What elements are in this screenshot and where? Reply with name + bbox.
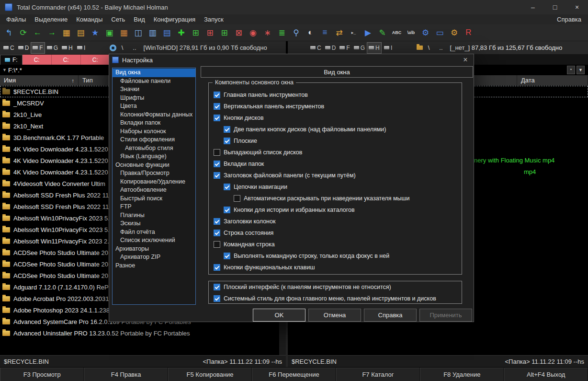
function-key-button[interactable]: F4 Правка	[84, 368, 168, 381]
favorites-icon[interactable]: ★	[89, 26, 102, 39]
drive-button[interactable]: G	[352, 43, 366, 53]
settings-category-item[interactable]: Плагины	[113, 211, 195, 220]
drive-button[interactable]: D	[324, 43, 338, 53]
root-dir-button[interactable]: \	[117, 44, 128, 51]
settings-category-item[interactable]: Быстрый поиск	[113, 195, 195, 203]
column-header-name[interactable]: Имя ↑	[0, 75, 79, 85]
checkbox-box[interactable]	[214, 241, 220, 248]
checkbox-box[interactable]	[224, 126, 230, 133]
settings-category-item[interactable]: Файловые панели	[113, 77, 195, 86]
remote-desktop-icon[interactable]: ▭	[433, 26, 446, 39]
menu-item[interactable]: Файлы	[2, 16, 30, 23]
brief-view-icon[interactable]: ▦	[60, 26, 73, 39]
checkbox-box[interactable]	[224, 138, 230, 144]
menu-item-help[interactable]: Справка	[551, 14, 587, 24]
settings-category-item[interactable]: Эскизы	[113, 219, 195, 228]
checkbox-box[interactable]	[224, 207, 230, 213]
checkbox-row[interactable]: Две панели кнопок дисков (над файловыми …	[224, 124, 459, 135]
close-button[interactable]: ×	[566, 0, 588, 14]
file-name-fragment[interactable]: mp4	[524, 166, 536, 178]
grid-add-red-icon[interactable]: ⊞	[204, 26, 216, 39]
settings-category-item[interactable]: Копирование/Удаление	[113, 178, 195, 186]
settings-category-item[interactable]: Автовыбор стиля	[113, 144, 195, 153]
function-key-button[interactable]: F5 Копирование	[168, 368, 252, 381]
registry-icon[interactable]: R	[462, 26, 475, 39]
full-view-icon[interactable]: ▤	[74, 26, 87, 39]
forward-dir-icon[interactable]: →	[45, 26, 58, 39]
menu-item[interactable]: Запуск	[200, 16, 228, 23]
checkbox-row[interactable]: Вертикальная панель инструментов	[214, 101, 459, 112]
grid-add-icon[interactable]: ⊞	[189, 26, 202, 39]
settings-category-item[interactable]: Автообновление	[113, 186, 195, 195]
settings-category-item[interactable]: Вид окна	[113, 69, 195, 77]
ftp-icon[interactable]: ◐	[304, 26, 317, 39]
settings-gear-icon[interactable]: ⚙	[419, 26, 432, 39]
command-prompt-icon[interactable]: ▸_	[347, 26, 360, 39]
checkbox-row[interactable]: Строка состояния	[214, 227, 459, 239]
checkbox-row[interactable]: Вкладки папок	[214, 158, 459, 170]
compare-dirs-icon[interactable]: ▤	[160, 26, 173, 39]
checkbox-box[interactable]	[214, 161, 220, 167]
settings-category-item[interactable]: Основные функции	[113, 161, 195, 170]
folder-tab[interactable]: C:	[23, 55, 52, 65]
settings-category-item[interactable]: Архиватор ZIP	[113, 253, 195, 262]
run-icon[interactable]: ▶	[362, 26, 374, 39]
settings-category-item[interactable]: Шрифты	[113, 94, 195, 103]
settings-category-item[interactable]: Файл отчёта	[113, 228, 195, 237]
search-icon[interactable]: ⚲	[290, 26, 303, 39]
settings-category-item[interactable]: Значки	[113, 85, 195, 94]
column-header-date[interactable]: Дата	[517, 75, 588, 85]
function-key-button[interactable]: F3 Просмотр	[0, 368, 84, 381]
checkbox-row[interactable]: Кнопки для истории и избранных каталогов	[224, 204, 459, 216]
maximize-button[interactable]: □	[544, 0, 566, 14]
checkbox-box[interactable]	[224, 253, 230, 259]
drive-button[interactable]: H	[60, 43, 74, 53]
checkbox-box[interactable]	[214, 115, 220, 121]
grid-insert-icon[interactable]: ⊞	[218, 26, 231, 39]
checkbox-row[interactable]: Выполнять командную строку, только когда…	[224, 250, 459, 262]
settings-category-item[interactable]: Цвета	[113, 102, 195, 111]
checkbox-row[interactable]: Плоский интерфейс (к панелям инструменто…	[214, 281, 459, 293]
dialog-button[interactable]: Применить	[419, 309, 472, 322]
sync-dirs-icon[interactable]: ⇄	[333, 26, 346, 39]
drive-button[interactable]: F	[31, 43, 44, 53]
dialog-button[interactable]: Справка	[364, 309, 417, 322]
checkbox-box[interactable]	[214, 103, 220, 110]
multi-rename-icon[interactable]: ABC	[390, 26, 403, 39]
menu-item[interactable]: Сеть	[107, 16, 129, 23]
tree-view-icon[interactable]: ≣	[275, 26, 288, 39]
drive-button[interactable]: C	[2, 43, 16, 53]
drive-button[interactable]: F	[338, 43, 351, 53]
checkbox-row[interactable]: Автоматически раскрывать при наведении у…	[234, 193, 459, 204]
checkbox-row[interactable]: Заголовки колонок	[214, 216, 459, 227]
regex-rename-icon[interactable]: \a\b	[405, 26, 418, 39]
settings-category-item[interactable]: Разное	[113, 262, 195, 270]
checkbox-box[interactable]	[224, 184, 230, 190]
function-key-button[interactable]: Alt+F4 Выход	[504, 368, 588, 381]
file-name-fragment[interactable]: nery with Floating Music mp4	[474, 155, 554, 166]
checkbox-box[interactable]	[214, 264, 220, 271]
drive-button[interactable]: D	[17, 43, 31, 53]
checkbox-row[interactable]: Заголовок файловой панели (с текущим пут…	[214, 170, 459, 181]
drive-button[interactable]: G	[45, 43, 59, 53]
checkbox-row[interactable]: Системный стиль для фона главного меню, …	[214, 293, 459, 304]
file-row[interactable]: Advanced Uninstaller PRO 13.23.0.52 Port…	[0, 327, 279, 339]
editor-icon[interactable]: ✎	[376, 26, 389, 39]
function-key-button[interactable]: F7 Каталог	[336, 368, 420, 381]
settings-category-item[interactable]: Список исключений	[113, 236, 195, 245]
checkbox-row[interactable]: Кнопки функциональных клавиш	[214, 262, 459, 273]
favorites-button[interactable]: *	[567, 66, 575, 74]
menu-item[interactable]: Выделение	[30, 16, 72, 23]
checkbox-box[interactable]	[214, 149, 220, 156]
new-folder-icon[interactable]: ✚	[175, 26, 188, 39]
parent-dir-button[interactable]: ..	[435, 44, 447, 51]
function-key-button[interactable]: F6 Перемещение	[252, 368, 336, 381]
checkbox-row[interactable]: Цепочки навигации	[224, 181, 459, 193]
settings-category-item[interactable]: Правка/Просмотр	[113, 169, 195, 178]
folder-tab[interactable]: C:	[52, 55, 81, 65]
history-button[interactable]: ▼	[577, 66, 585, 74]
quick-view-icon[interactable]: ▣	[103, 26, 116, 39]
checkbox-row[interactable]: Главная панель инструментов	[214, 89, 459, 101]
pack-icon[interactable]: ◉	[247, 26, 260, 39]
checkbox-row[interactable]: Командная строка	[214, 239, 459, 250]
